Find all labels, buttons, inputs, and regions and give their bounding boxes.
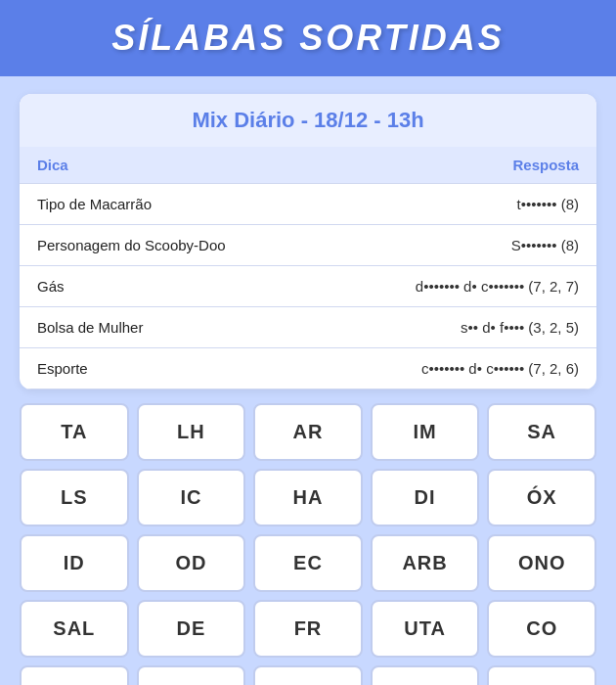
clue-dica: Tipo de Macarrão (20, 184, 337, 225)
syllable-cell[interactable]: LS (20, 469, 129, 526)
syllable-cell[interactable]: LH (137, 403, 246, 461)
table-row: Gásd••••••• d• c••••••• (7, 2, 7) (20, 266, 596, 307)
syllable-cell[interactable]: IM (371, 403, 480, 461)
syllable-cell[interactable]: ID (20, 534, 129, 592)
clue-resposta: S••••••• (8) (337, 225, 597, 266)
syllable-cell[interactable]: ÓX (487, 469, 596, 526)
clue-dica: Esporte (20, 348, 337, 389)
syllable-cell[interactable]: ARB (371, 534, 480, 592)
clue-table: Dica Resposta Tipo de Macarrãot••••••• (… (20, 147, 596, 389)
clue-resposta: t••••••• (8) (337, 184, 597, 225)
page-title: Sílabas Sortidas (10, 18, 606, 59)
syllable-cell[interactable]: OD (137, 534, 246, 592)
syllable-cell[interactable]: AV (371, 665, 480, 685)
clue-resposta: s•• d• f•••• (3, 2, 5) (337, 307, 597, 348)
syllable-cell[interactable]: HA (253, 469, 363, 526)
syllable-cell[interactable]: SA (487, 403, 596, 461)
table-row: Personagem do Scooby-DooS••••••• (8) (20, 225, 596, 266)
col-header-dica: Dica (20, 147, 337, 184)
syllable-cell[interactable]: SAL (20, 600, 129, 658)
clue-resposta: d••••••• d• c••••••• (7, 2, 7) (337, 266, 597, 307)
syllable-cell[interactable]: UTA (371, 600, 480, 658)
header: Sílabas Sortidas (0, 0, 616, 76)
clue-resposta: c••••••• d• c•••••• (7, 2, 6) (337, 348, 597, 389)
syllables-grid: TALHARIMSALSICHADIÓXIDODECARBONOSALDEFRU… (20, 403, 596, 685)
syllable-cell[interactable]: CO (487, 600, 596, 658)
clue-dica: Personagem do Scooby-Doo (20, 225, 337, 266)
subtitle: Mix Diário - 18/12 - 13h (20, 94, 596, 147)
col-header-resposta: Resposta (337, 147, 597, 184)
syllable-cell[interactable]: FR (253, 600, 363, 658)
syllable-cell[interactable]: IC (137, 469, 246, 526)
syllable-cell[interactable]: RRI (20, 665, 129, 685)
clue-dica: Bolsa de Mulher (20, 307, 337, 348)
table-row: Tipo de Macarrãot••••••• (8) (20, 184, 596, 225)
main-card: Mix Diário - 18/12 - 13h Dica Resposta T… (20, 94, 596, 389)
table-row: Bolsa de Mulhers•• d• f•••• (3, 2, 5) (20, 307, 596, 348)
syllable-cell[interactable]: EC (253, 534, 363, 592)
syllable-cell[interactable]: AR (253, 403, 363, 461)
syllable-cell[interactable]: DE (137, 600, 246, 658)
syllable-cell[interactable]: ALO (487, 665, 596, 685)
syllable-cell[interactable]: DEC (253, 665, 363, 685)
syllable-cell[interactable]: DI (371, 469, 480, 526)
table-row: Esportec••••••• d• c•••••• (7, 2, 6) (20, 348, 596, 389)
syllable-cell[interactable]: ONO (487, 534, 596, 592)
clue-dica: Gás (20, 266, 337, 307)
syllable-cell[interactable]: DA (137, 665, 246, 685)
syllable-cell[interactable]: TA (20, 403, 129, 461)
